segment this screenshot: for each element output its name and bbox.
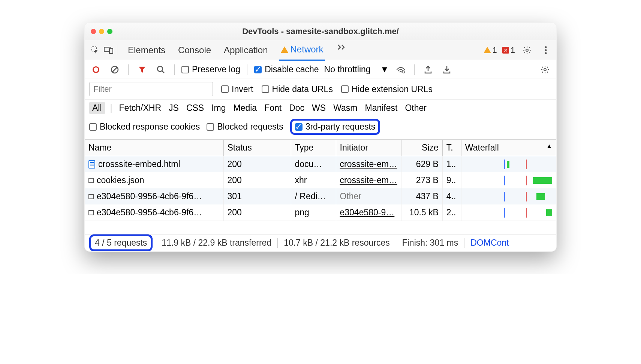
inspect-icon[interactable] xyxy=(88,43,102,57)
initiator-link[interactable]: e304e580-9… xyxy=(340,207,395,217)
preserve-log-label: Preserve log xyxy=(192,64,240,75)
svg-point-5 xyxy=(545,49,547,51)
additional-filters-row: Blocked response cookies Blocked request… xyxy=(85,116,556,140)
tab-network[interactable]: Network xyxy=(279,40,325,61)
svg-point-4 xyxy=(545,46,547,48)
table-row[interactable]: e304e580-9956-4cb6-9f6…301/ Redi…Other43… xyxy=(85,188,556,204)
chip-media[interactable]: Media xyxy=(232,102,259,114)
col-size[interactable]: Size xyxy=(401,140,442,156)
initiator-link[interactable]: crosssite-em… xyxy=(340,175,397,185)
initiator-link[interactable]: crosssite-em… xyxy=(340,159,397,169)
disable-cache-checkbox[interactable]: ✓Disable cache xyxy=(254,64,319,75)
error-badge[interactable]: ✕1 xyxy=(502,45,515,55)
requests-table: Name Status Type Initiator Size T. Water… xyxy=(85,140,556,221)
blocked-cookies-checkbox[interactable]: Blocked response cookies xyxy=(89,122,200,132)
search-icon[interactable] xyxy=(154,63,168,76)
waterfall-cell xyxy=(465,176,552,185)
blocked-requests-label: Blocked requests xyxy=(217,122,283,132)
throttling-label: No throttling xyxy=(324,64,371,75)
tab-application[interactable]: Application xyxy=(222,40,269,60)
export-har-icon[interactable] xyxy=(421,63,435,76)
chip-manifest[interactable]: Manifest xyxy=(363,102,399,114)
blocked-cookies-label: Blocked response cookies xyxy=(100,122,200,132)
blocked-requests-checkbox[interactable]: Blocked requests xyxy=(207,122,283,132)
tab-console[interactable]: Console xyxy=(177,40,213,60)
tab-elements[interactable]: Elements xyxy=(126,40,167,60)
table-header-row: Name Status Type Initiator Size T. Water… xyxy=(85,140,556,156)
network-conditions-icon[interactable] xyxy=(394,63,407,76)
chip-font[interactable]: Font xyxy=(263,102,283,114)
table-row[interactable]: e304e580-9956-4cb6-9f6…200pnge304e580-9…… xyxy=(85,204,556,221)
col-time[interactable]: T. xyxy=(442,140,461,156)
divider xyxy=(128,64,129,75)
hide-data-label: Hide data URLs xyxy=(272,84,333,94)
chip-doc[interactable]: Doc xyxy=(288,102,306,114)
chip-css[interactable]: CSS xyxy=(185,102,205,114)
size-cell: 437 B xyxy=(401,188,442,204)
time-cell: 4.. xyxy=(442,188,461,204)
status-cell: 200 xyxy=(223,172,291,188)
settings-icon[interactable] xyxy=(520,43,534,57)
divider xyxy=(117,45,117,55)
chip-js[interactable]: JS xyxy=(167,102,180,114)
divider xyxy=(247,64,247,75)
table-empty-space xyxy=(85,221,556,234)
warning-badge[interactable]: 1 xyxy=(484,45,497,55)
svg-rect-2 xyxy=(109,48,113,54)
table-row[interactable]: crosssite-embed.html200docu…crosssite-em… xyxy=(85,156,556,173)
resources-size: 10.7 kB / 21.2 kB resources xyxy=(278,238,396,248)
status-cell: 301 xyxy=(223,188,291,204)
hide-extension-urls-checkbox[interactable]: Hide extension URLs xyxy=(341,84,433,94)
import-har-icon[interactable] xyxy=(440,63,454,76)
invert-label: Invert xyxy=(232,84,253,94)
third-party-checkbox[interactable]: ✓3rd-party requests xyxy=(295,122,376,132)
network-settings-icon[interactable] xyxy=(538,63,552,76)
request-name: e304e580-9956-4cb6-9f6… xyxy=(97,191,202,201)
record-button[interactable] xyxy=(89,63,103,76)
svg-line-10 xyxy=(162,71,164,73)
col-name[interactable]: Name xyxy=(85,140,223,156)
col-initiator[interactable]: Initiator xyxy=(336,140,401,156)
type-cell: docu… xyxy=(291,156,336,173)
type-cell: / Redi… xyxy=(291,188,336,204)
col-waterfall[interactable]: Waterfall▲ xyxy=(461,140,556,156)
filter-row: Invert Hide data URLs Hide extension URL… xyxy=(85,79,556,100)
third-party-label: 3rd-party requests xyxy=(306,122,376,132)
chip-all[interactable]: All xyxy=(89,102,105,114)
chip-img[interactable]: Img xyxy=(210,102,227,114)
initiator-cell: Other xyxy=(336,188,401,204)
invert-checkbox[interactable]: Invert xyxy=(221,84,253,94)
col-status[interactable]: Status xyxy=(223,140,291,156)
status-cell: 200 xyxy=(223,156,291,173)
more-tabs-icon[interactable] xyxy=(335,40,348,54)
chip-ws[interactable]: WS xyxy=(310,102,327,114)
filter-input[interactable] xyxy=(89,82,213,96)
type-filter-row: All| Fetch/XHR JS CSS Img Media Font Doc… xyxy=(85,100,556,116)
chip-fetch-xhr[interactable]: Fetch/XHR xyxy=(118,102,163,114)
chip-other[interactable]: Other xyxy=(403,102,428,114)
divider xyxy=(174,64,175,75)
status-bar: 4 / 5 requests 11.9 kB / 22.9 kB transfe… xyxy=(85,234,556,251)
device-toggle-icon[interactable] xyxy=(102,43,115,57)
time-cell: 9.. xyxy=(442,172,461,188)
divider xyxy=(414,64,415,75)
kebab-menu-icon[interactable] xyxy=(539,43,553,57)
hide-data-urls-checkbox[interactable]: Hide data URLs xyxy=(262,84,333,94)
request-name: crosssite-embed.html xyxy=(98,159,180,169)
transferred-size: 11.9 kB / 22.9 kB transferred xyxy=(156,238,278,248)
waterfall-cell xyxy=(465,208,552,218)
preserve-log-checkbox[interactable]: Preserve log xyxy=(181,64,240,75)
col-type[interactable]: Type xyxy=(291,140,336,156)
type-cell: png xyxy=(291,204,336,221)
finish-time: Finish: 301 ms xyxy=(396,238,465,248)
svg-point-12 xyxy=(544,69,546,71)
network-toolbar: Preserve log ✓Disable cache No throttlin… xyxy=(85,60,556,79)
clear-button[interactable] xyxy=(108,63,121,76)
filter-icon[interactable] xyxy=(135,63,149,76)
file-icon xyxy=(88,178,94,183)
chip-wasm[interactable]: Wasm xyxy=(332,102,359,114)
throttling-select[interactable]: No throttling▼ xyxy=(324,64,389,75)
table-row[interactable]: cookies.json200xhrcrosssite-em…273 B9.. xyxy=(85,172,556,188)
svg-line-8 xyxy=(112,67,117,72)
time-cell: 2.. xyxy=(442,204,461,221)
